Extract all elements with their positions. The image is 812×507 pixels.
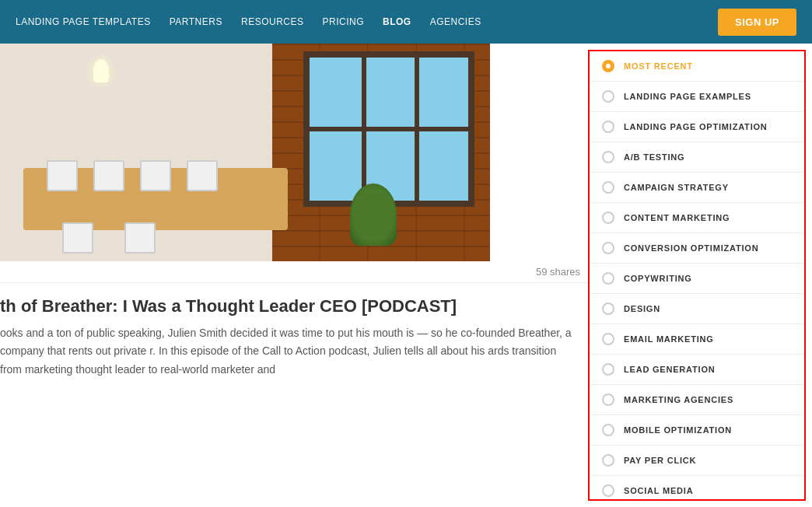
- article-image: [0, 44, 490, 261]
- sidebar-item-content-marketing[interactable]: CONTENT MARKETING: [590, 203, 804, 233]
- sidebar-label-1: LANDING PAGE EXAMPLES: [624, 92, 751, 101]
- sidebar-label-14: SOCIAL MEDIA: [624, 486, 693, 495]
- chair-1: [47, 160, 78, 191]
- article-excerpt: ooks and a ton of public speaking, Julie…: [0, 324, 588, 379]
- radio-circle-2: [602, 121, 614, 133]
- radio-circle-10: [602, 363, 614, 376]
- sidebar-item-ab-testing[interactable]: A/B TESTING: [590, 142, 804, 173]
- window-vertical-bar-1: [362, 58, 366, 201]
- window-frame: [303, 51, 474, 207]
- radio-circle-5: [602, 212, 614, 224]
- radio-circle-14: [602, 484, 614, 497]
- sidebar-label-10: LEAD GENERATION: [624, 365, 716, 374]
- sidebar-item-landing-page-optimization[interactable]: LANDING PAGE OPTIMIZATION: [590, 112, 804, 142]
- sidebar-label-4: CAMPAIGN STRATEGY: [624, 183, 729, 192]
- sidebar-item-campaign-strategy[interactable]: CAMPAIGN STRATEGY: [590, 173, 804, 203]
- sidebar-item-most-recent[interactable]: MOST RECENT: [590, 51, 804, 82]
- chair-3: [140, 160, 171, 191]
- sidebar-item-landing-page-examples[interactable]: LANDING PAGE EXAMPLES: [590, 82, 804, 112]
- nav-pricing[interactable]: PRICING: [322, 16, 364, 27]
- shares-count: 59 shares: [0, 261, 588, 283]
- radio-circle-13: [602, 454, 614, 467]
- sidebar-label-13: PAY PER CLICK: [624, 456, 696, 465]
- nav-resources[interactable]: RESOURCES: [241, 16, 304, 27]
- sidebar: MOST RECENTLANDING PAGE EXAMPLESLANDING …: [588, 50, 806, 501]
- plant: [350, 184, 397, 246]
- sidebar-label-5: CONTENT MARKETING: [624, 213, 730, 222]
- radio-circle-0: [602, 60, 614, 72]
- room-bg: [0, 44, 490, 261]
- radio-circle-3: [602, 151, 614, 163]
- radio-circle-9: [602, 333, 614, 345]
- chair-4: [187, 160, 218, 191]
- sidebar-label-3: A/B TESTING: [624, 152, 684, 162]
- sidebar-label-6: CONVERSION OPTIMIZATION: [624, 243, 758, 253]
- nav-blog[interactable]: BLOG: [383, 16, 411, 27]
- radio-circle-11: [602, 393, 614, 406]
- sidebar-item-email-marketing[interactable]: EMAIL MARKETING: [590, 324, 804, 355]
- sidebar-item-conversion-optimization[interactable]: CONVERSION OPTIMIZATION: [590, 233, 804, 264]
- radio-circle-4: [602, 181, 614, 194]
- radio-circle-1: [602, 90, 614, 103]
- window-horizontal-bar: [310, 127, 468, 131]
- nav-partners[interactable]: PARTNERS: [170, 16, 222, 27]
- window-vertical-bar-2: [415, 58, 419, 201]
- radio-circle-6: [602, 242, 614, 254]
- sidebar-label-2: LANDING PAGE OPTIMIZATION: [624, 122, 768, 131]
- sidebar-item-social-media[interactable]: SOCIAL MEDIA: [590, 476, 804, 501]
- chair-5: [62, 222, 93, 253]
- main-container: 59 shares th of Breather: I Was a Though…: [0, 44, 812, 507]
- nav-agencies[interactable]: AGENCIES: [430, 16, 481, 27]
- chair-2: [93, 160, 124, 191]
- radio-circle-12: [602, 424, 614, 436]
- sidebar-item-design[interactable]: DESIGN: [590, 294, 804, 324]
- navbar: LANDING PAGE TEMPLATES PARTNERS RESOURCE…: [0, 0, 812, 44]
- radio-inner-0: [606, 64, 611, 68]
- chair-6: [124, 222, 156, 253]
- nav-landing-page-templates[interactable]: LANDING PAGE TEMPLATES: [16, 16, 151, 27]
- content-area: 59 shares th of Breather: I Was a Though…: [0, 44, 588, 507]
- nav-links: LANDING PAGE TEMPLATES PARTNERS RESOURCE…: [16, 16, 481, 27]
- window-grid: [310, 58, 468, 201]
- light-bulb: [93, 59, 109, 82]
- radio-circle-7: [602, 272, 614, 285]
- sidebar-item-marketing-agencies[interactable]: MARKETING AGENCIES: [590, 385, 804, 415]
- sidebar-label-8: DESIGN: [624, 304, 660, 313]
- sidebar-item-pay-per-click[interactable]: PAY PER CLICK: [590, 446, 804, 476]
- signup-button[interactable]: SIGN UP: [718, 9, 796, 36]
- article-title: th of Breather: I Was a Thought Leader C…: [0, 283, 588, 324]
- sidebar-label-7: COPYWRITING: [624, 274, 692, 283]
- sidebar-label-11: MARKETING AGENCIES: [624, 395, 733, 404]
- sidebar-item-mobile-optimization[interactable]: MOBILE OPTIMIZATION: [590, 415, 804, 446]
- sidebar-item-copywriting[interactable]: COPYWRITING: [590, 264, 804, 294]
- sidebar-label-12: MOBILE OPTIMIZATION: [624, 425, 732, 435]
- radio-circle-8: [602, 302, 614, 315]
- sidebar-label-9: EMAIL MARKETING: [624, 334, 714, 344]
- sidebar-item-lead-generation[interactable]: LEAD GENERATION: [590, 355, 804, 385]
- sidebar-label-0: MOST RECENT: [624, 61, 693, 71]
